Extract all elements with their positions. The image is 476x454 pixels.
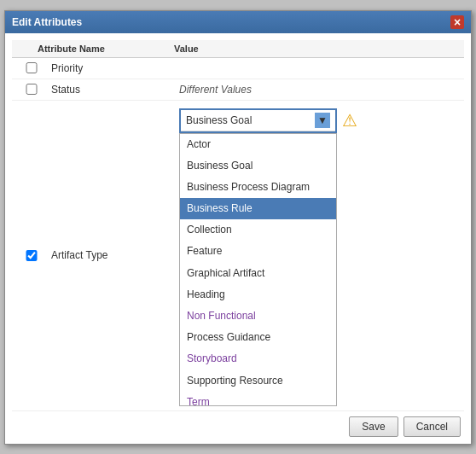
dropdown-item[interactable]: Supporting Resource xyxy=(180,370,336,392)
dropdown-wrapper: Business Goal ▼ ActorBusiness GoalBusine… xyxy=(179,108,464,406)
dropdown-list: ActorBusiness GoalBusiness Process Diagr… xyxy=(179,133,337,406)
cancel-button[interactable]: Cancel xyxy=(403,416,461,437)
edit-attributes-dialog: Edit Attributes × Attribute Name Value P… xyxy=(4,10,472,445)
dropdown-item[interactable]: Feature xyxy=(180,241,336,262)
dropdown-arrow-icon[interactable]: ▼ xyxy=(315,113,330,128)
dropdown-trigger[interactable]: Business Goal ▼ xyxy=(181,110,335,131)
label-priority: Priority xyxy=(51,62,179,74)
dialog-body: Attribute Name Value Priority Status Dif… xyxy=(5,33,471,444)
dropdown-item[interactable]: Collection xyxy=(180,219,336,241)
dropdown-selected-value: Business Goal xyxy=(186,114,252,126)
col-header-attribute-name: Attribute Name xyxy=(38,44,174,54)
dialog-title: Edit Attributes xyxy=(12,16,82,28)
dropdown-item[interactable]: Process Guidance xyxy=(180,327,336,348)
warning-icon: ⚠ xyxy=(342,110,357,131)
dropdown-item[interactable]: Graphical Artifact xyxy=(180,263,336,284)
checkbox-artifact-type[interactable] xyxy=(19,250,44,261)
dropdown-item[interactable]: Business Process Diagram xyxy=(180,177,336,198)
dialog-titlebar: Edit Attributes × xyxy=(5,11,471,33)
buttons-area: Save Cancel xyxy=(12,416,464,437)
row-artifact-type: Artifact Type Business Goal ▼ xyxy=(12,101,464,411)
row-priority: Priority xyxy=(12,58,464,79)
value-status: Different Values xyxy=(179,84,464,96)
close-button[interactable]: × xyxy=(450,15,464,29)
value-artifact-type: Business Goal ▼ ActorBusiness GoalBusine… xyxy=(179,105,464,406)
checkbox-status[interactable] xyxy=(19,84,44,95)
col-header-value: Value xyxy=(174,44,464,54)
dropdown-item[interactable]: Business Goal xyxy=(180,155,336,177)
different-values-text: Different Values xyxy=(179,84,252,96)
label-status: Status xyxy=(51,84,179,96)
dropdown-select-box: Business Goal ▼ xyxy=(179,108,337,133)
dropdown-item[interactable]: Non Functional xyxy=(180,306,336,327)
checkbox-priority[interactable] xyxy=(19,62,44,73)
dropdown-item[interactable]: Storyboard xyxy=(180,348,336,370)
dropdown-item[interactable]: Term xyxy=(180,392,336,406)
dropdown-item[interactable]: Actor xyxy=(180,134,336,155)
dropdown-item[interactable]: Heading xyxy=(180,284,336,306)
dropdown-item[interactable]: Business Rule xyxy=(180,198,336,219)
save-button[interactable]: Save xyxy=(349,416,398,437)
label-artifact-type: Artifact Type xyxy=(51,249,179,261)
row-status: Status Different Values xyxy=(12,79,464,101)
table-header: Attribute Name Value xyxy=(12,40,464,58)
